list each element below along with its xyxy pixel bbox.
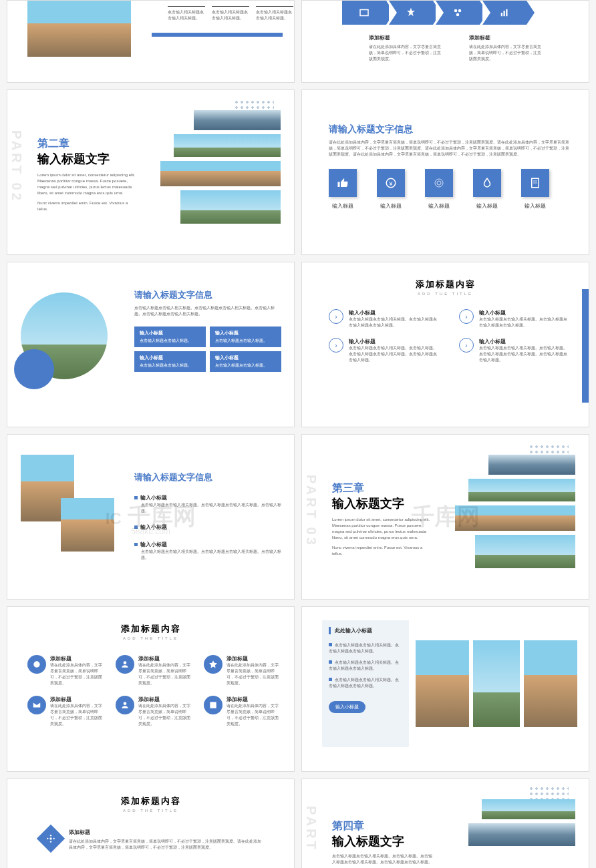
item-desc: 点击输入标题点击输入相关标题。点击输入标题点击输入标题点击输入标题。 xyxy=(479,316,569,329)
item-desc: 请在此处添加具体内容，文字尽量言简意赅，简单说明即可，不必过于繁琐，注意版面美观… xyxy=(227,662,281,686)
svg-point-9 xyxy=(435,179,443,187)
item-desc: 请在此处添加具体内容，文字尽量言简意赅，简单说明即可，不必过于繁琐，注意版面美观… xyxy=(138,703,193,727)
arrow-icon: › xyxy=(329,338,343,353)
svg-point-20 xyxy=(50,841,51,843)
box: 输入小标题点击输入标题点击输入标题。 xyxy=(210,327,281,347)
desc: 请在此处添加具体内容，文字尽量言简意赅，简单说明即可，不必过于繁琐，注意版面美观… xyxy=(469,44,543,62)
title: 输入标题文字 xyxy=(37,151,138,167)
img-strip xyxy=(194,110,281,130)
button[interactable]: 输入小标题 xyxy=(329,701,365,713)
title: 添加标题内容 xyxy=(302,278,589,290)
col-text: 点击输入相关标题点击输入相关标题。 xyxy=(212,6,249,21)
slide-10: 此处输入小标题 点击输入标题点击输入相关标题。点击输入标题点击输入标题。 点击输… xyxy=(301,606,589,772)
svg-point-3 xyxy=(456,13,460,17)
image xyxy=(416,640,469,727)
chapter-label: 第四章 xyxy=(332,819,432,833)
svg-rect-6 xyxy=(506,9,507,17)
item-title: 添加标题 xyxy=(227,655,281,662)
slide-5: 请输入标题文字信息 点击输入标题点击输入相关标题。点击输入标题点击输入相关标题。… xyxy=(7,262,295,427)
feature-icon xyxy=(116,696,134,714)
box: 输入小标题点击输入标题点击输入标题。 xyxy=(210,351,281,372)
col-text: 点击输入相关标题点击输入相关标题。 xyxy=(256,6,293,21)
slide-4-icons: 请输入标题文字信息 请在此处添加具体内容，文字尽量言简意赅，简单说明即可，不必过… xyxy=(301,89,589,255)
desc: Lorem ipsum dolor sit amet, consectetur … xyxy=(37,172,138,196)
desc: Lorem ipsum dolor sit amet, consectetur … xyxy=(332,517,432,541)
icon-row: 输入标题 ¥ 输入标题 输入标题 输入标题 输入标题 xyxy=(329,169,549,210)
feature-icon xyxy=(204,696,222,714)
arrow-icon xyxy=(389,1,433,25)
desc2: Nunc viverra imperdiet enim. Fusce est. … xyxy=(37,200,138,212)
svg-point-2 xyxy=(458,9,462,13)
subtitle: ADD THE TITLE xyxy=(7,636,294,640)
slide-11: 添加标题内容 ADD THE TITLE 添加标题 请在此处添加具体内容，文字尽… xyxy=(7,779,295,868)
arrow-row xyxy=(342,1,527,25)
title: 添加标题内容 xyxy=(7,623,294,635)
slide-8-chapter3: PART 03 第三章 输入标题文字 Lorem ipsum dolor sit… xyxy=(301,434,589,600)
title: 请输入标题文字信息 xyxy=(134,289,281,301)
arrow-icon xyxy=(482,1,527,25)
feature-icon xyxy=(27,696,46,714)
blue-edge xyxy=(582,289,589,403)
svg-point-21 xyxy=(47,838,48,839)
desc: 点击输入标题点击输入相关标题。点击输入标题。点击输入标题点击输入相关标题。点击输… xyxy=(332,853,432,865)
item-title: 输入小标题 xyxy=(479,309,569,316)
item-title: 添加标题 xyxy=(138,655,193,662)
feature-icon xyxy=(116,655,134,674)
desc2: Nunc viverra imperdiet enim. Fusce est. … xyxy=(332,545,432,557)
blue-circle xyxy=(14,349,54,389)
part-label: PART 03 xyxy=(303,475,319,548)
item-title: 添加标题 xyxy=(69,829,263,836)
slide-1: 点击输入相关标题点击输入相关标题。 点击输入相关标题点击输入相关标题。 点击输入… xyxy=(7,0,295,83)
desc: 请在此处添加具体内容，文字尽量言简意赅，简单说明即可，不必过于繁琐，注意版面美观… xyxy=(329,140,569,158)
part-label: PART xyxy=(303,806,319,852)
box: 输入小标题点击输入标题点击输入标题。 xyxy=(134,327,206,347)
item-desc: 请在此处添加具体内容，文字尽量言简意赅，简单说明即可，不必过于繁琐，注意版面美观… xyxy=(227,703,281,727)
item-desc: 点击输入标题点击输入相关标题。点击输入标题点击输入相关标题。点击输入标题。 xyxy=(141,549,281,561)
image xyxy=(524,640,577,727)
img-strip xyxy=(482,799,575,819)
svg-point-10 xyxy=(437,181,441,185)
desc: 请在此处添加具体内容，文字尽量言简意赅，简单说明即可，不必过于繁琐，注意版面美观… xyxy=(369,44,442,62)
svg-point-16 xyxy=(124,702,127,705)
svg-point-1 xyxy=(454,9,458,13)
svg-rect-17 xyxy=(210,702,216,708)
item-title: 添加标题 xyxy=(50,655,105,662)
icon-label: 输入标题 xyxy=(425,202,453,210)
document-icon xyxy=(521,169,549,197)
item-title: 添加标题 xyxy=(138,696,193,703)
arrow-icon xyxy=(342,1,386,25)
slide-9: 添加标题内容 ADD THE TITLE 添加标题请在此处添加具体内容，文字尽量… xyxy=(7,606,295,772)
arrow-icon: › xyxy=(459,309,474,324)
title: 请输入标题文字信息 xyxy=(329,124,569,136)
columns: 点击输入相关标题点击输入相关标题。 点击输入相关标题点击输入相关标题。 点击输入… xyxy=(168,6,293,21)
yen-icon: ¥ xyxy=(377,169,405,197)
svg-rect-4 xyxy=(501,13,502,16)
slide-3-chapter2: PART 02 第二章 输入标题文字 Lorem ipsum dolor sit… xyxy=(7,89,295,255)
subtitle: ADD THE TITLE xyxy=(302,292,589,296)
desc: 点击输入标题点击输入相关标题。点击输入标题点击输入相关标题。点击输入标题。点击输… xyxy=(134,305,281,317)
img-strip xyxy=(455,505,575,531)
subtitle: ADD THE TITLE xyxy=(7,809,294,813)
watermark-url: 588ku.com xyxy=(131,527,170,536)
svg-text:¥: ¥ xyxy=(388,180,393,187)
img-strip xyxy=(174,134,281,157)
item-title: 输入小标题 xyxy=(349,309,439,316)
svg-rect-5 xyxy=(504,11,505,16)
feature-icon xyxy=(204,655,222,674)
bullet: 点击输入标题点击输入相关标题。点击输入标题点击输入标题。 xyxy=(329,643,399,653)
image xyxy=(61,498,114,552)
image-placeholder xyxy=(27,1,131,57)
item-title: 输入小标题 xyxy=(140,541,167,548)
svg-rect-0 xyxy=(360,10,368,16)
item-title: 输入小标题 xyxy=(349,338,439,345)
svg-point-19 xyxy=(50,835,51,836)
arrow-icon xyxy=(436,1,480,25)
drop-icon xyxy=(473,169,501,197)
item-desc: 点击输入标题点击输入相关标题。点击输入标题。点击输入标题点击输入相关标题。点击输… xyxy=(479,345,569,363)
svg-point-15 xyxy=(124,661,127,664)
item-desc: 点击输入标题点击输入相关标题。点击输入标题点击输入标题点击输入标题。 xyxy=(349,316,439,329)
arrow-icon: › xyxy=(329,309,343,324)
item-desc: 请在此处添加具体内容，文字尽量言简意赅，简单说明即可，不必过于繁琐，注意版面美观… xyxy=(50,662,105,686)
img-strip xyxy=(488,455,575,475)
feature-icon xyxy=(27,655,46,674)
